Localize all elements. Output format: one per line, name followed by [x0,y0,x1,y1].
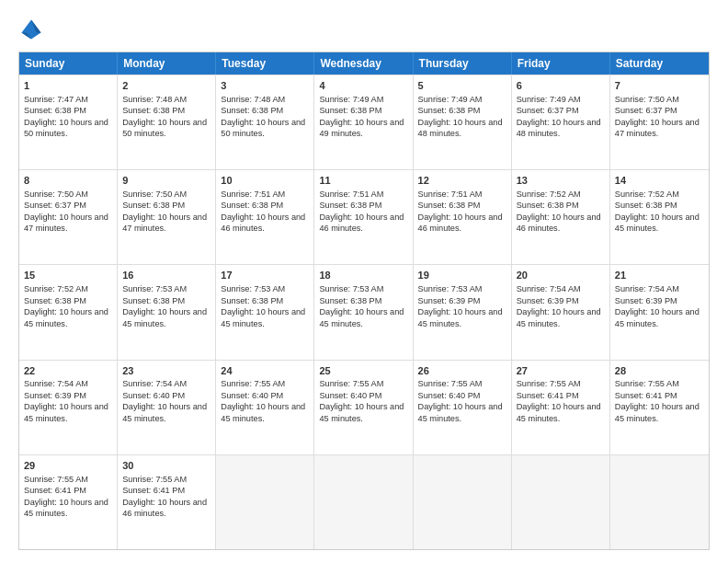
sunrise-text: Sunrise: 7:49 AM [517,95,581,104]
cal-header-thursday: Thursday [414,52,512,75]
sunset-text: Sunset: 6:39 PM [615,296,677,305]
sunset-text: Sunset: 6:38 PM [122,106,185,115]
cal-cell [314,455,413,549]
cal-cell: 1Sunrise: 7:47 AMSunset: 6:38 PMDaylight… [19,75,118,169]
daylight-text: Daylight: 10 hours and 46 minutes. [517,213,601,233]
calendar-header-row: SundayMondayTuesdayWednesdayThursdayFrid… [19,52,709,75]
sunrise-text: Sunrise: 7:48 AM [122,95,187,104]
sunrise-text: Sunrise: 7:51 AM [418,190,483,199]
sunrise-text: Sunrise: 7:55 AM [418,379,483,388]
sunrise-text: Sunrise: 7:55 AM [517,379,581,388]
cal-cell: 17Sunrise: 7:53 AMSunset: 6:38 PMDayligh… [216,265,314,359]
day-number: 25 [319,364,407,378]
cal-cell [512,455,610,549]
cal-cell: 16Sunrise: 7:53 AMSunset: 6:38 PMDayligh… [118,265,216,359]
sunset-text: Sunset: 6:38 PM [615,201,677,210]
sunset-text: Sunset: 6:38 PM [418,106,481,115]
cal-cell: 13Sunrise: 7:52 AMSunset: 6:38 PMDayligh… [512,170,610,264]
sunset-text: Sunset: 6:38 PM [221,201,283,210]
sunset-text: Sunset: 6:40 PM [319,391,381,400]
sunset-text: Sunset: 6:38 PM [221,106,283,115]
day-number: 29 [24,459,112,473]
page: SundayMondayTuesdayWednesdayThursdayFrid… [0,0,728,563]
cal-cell [216,455,314,549]
sunset-text: Sunset: 6:38 PM [122,296,185,305]
logo-icon [18,17,44,42]
cal-cell: 21Sunrise: 7:54 AMSunset: 6:39 PMDayligh… [610,265,709,359]
daylight-text: Daylight: 10 hours and 45 minutes. [418,402,503,422]
cal-week-3: 15Sunrise: 7:52 AMSunset: 6:38 PMDayligh… [19,264,709,359]
sunset-text: Sunset: 6:41 PM [24,486,86,495]
daylight-text: Daylight: 10 hours and 49 minutes. [319,118,404,138]
sunrise-text: Sunrise: 7:54 AM [615,284,679,293]
sunrise-text: Sunrise: 7:53 AM [122,284,187,293]
daylight-text: Daylight: 10 hours and 46 minutes. [319,213,404,233]
daylight-text: Daylight: 10 hours and 50 minutes. [24,118,108,138]
sunrise-text: Sunrise: 7:53 AM [319,284,383,293]
sunset-text: Sunset: 6:38 PM [319,296,381,305]
sunset-text: Sunset: 6:38 PM [517,201,579,210]
cal-cell: 10Sunrise: 7:51 AMSunset: 6:38 PMDayligh… [216,170,314,264]
day-number: 14 [615,174,704,188]
cal-header-monday: Monday [118,52,216,75]
daylight-text: Daylight: 10 hours and 45 minutes. [418,307,503,327]
daylight-text: Daylight: 10 hours and 46 minutes. [418,213,503,233]
day-number: 23 [122,364,210,378]
day-number: 16 [122,269,210,282]
daylight-text: Daylight: 10 hours and 48 minutes. [418,118,503,138]
sunset-text: Sunset: 6:38 PM [418,201,481,210]
day-number: 22 [24,364,112,378]
sunset-text: Sunset: 6:37 PM [615,106,677,115]
daylight-text: Daylight: 10 hours and 45 minutes. [517,307,601,327]
daylight-text: Daylight: 10 hours and 47 minutes. [24,213,108,233]
sunset-text: Sunset: 6:40 PM [221,391,283,400]
calendar: SundayMondayTuesdayWednesdayThursdayFrid… [18,52,710,550]
daylight-text: Daylight: 10 hours and 45 minutes. [24,498,108,518]
cal-cell: 8Sunrise: 7:50 AMSunset: 6:37 PMDaylight… [19,170,118,264]
daylight-text: Daylight: 10 hours and 47 minutes. [615,118,700,138]
day-number: 21 [615,269,704,282]
cal-week-1: 1Sunrise: 7:47 AMSunset: 6:38 PMDaylight… [19,75,709,169]
day-number: 26 [418,364,506,378]
sunset-text: Sunset: 6:41 PM [517,391,579,400]
sunrise-text: Sunrise: 7:48 AM [221,95,285,104]
sunset-text: Sunset: 6:38 PM [319,106,381,115]
cal-cell [414,455,512,549]
sunset-text: Sunset: 6:39 PM [24,391,86,400]
header [18,17,710,42]
cal-cell: 25Sunrise: 7:55 AMSunset: 6:40 PMDayligh… [314,361,413,454]
calendar-body: 1Sunrise: 7:47 AMSunset: 6:38 PMDaylight… [19,75,709,549]
cal-week-2: 8Sunrise: 7:50 AMSunset: 6:37 PMDaylight… [19,169,709,264]
sunrise-text: Sunrise: 7:47 AM [24,95,88,104]
sunrise-text: Sunrise: 7:49 AM [418,95,483,104]
sunrise-text: Sunrise: 7:55 AM [122,475,187,484]
sunrise-text: Sunrise: 7:53 AM [418,284,483,293]
cal-cell: 4Sunrise: 7:49 AMSunset: 6:38 PMDaylight… [314,75,413,169]
sunrise-text: Sunrise: 7:55 AM [24,475,88,484]
day-number: 12 [418,174,506,188]
sunrise-text: Sunrise: 7:49 AM [319,95,383,104]
daylight-text: Daylight: 10 hours and 45 minutes. [221,402,305,422]
sunset-text: Sunset: 6:38 PM [221,296,283,305]
cal-cell: 19Sunrise: 7:53 AMSunset: 6:39 PMDayligh… [414,265,512,359]
daylight-text: Daylight: 10 hours and 48 minutes. [517,118,601,138]
sunrise-text: Sunrise: 7:54 AM [24,379,88,388]
cal-cell: 14Sunrise: 7:52 AMSunset: 6:38 PMDayligh… [610,170,709,264]
cal-cell: 6Sunrise: 7:49 AMSunset: 6:37 PMDaylight… [512,75,610,169]
cal-cell: 3Sunrise: 7:48 AMSunset: 6:38 PMDaylight… [216,75,314,169]
sunrise-text: Sunrise: 7:50 AM [122,190,187,199]
day-number: 17 [221,269,309,282]
day-number: 5 [418,79,506,93]
sunrise-text: Sunrise: 7:51 AM [319,190,383,199]
cal-cell: 2Sunrise: 7:48 AMSunset: 6:38 PMDaylight… [118,75,216,169]
cal-cell: 23Sunrise: 7:54 AMSunset: 6:40 PMDayligh… [118,361,216,454]
daylight-text: Daylight: 10 hours and 50 minutes. [221,118,305,138]
sunset-text: Sunset: 6:39 PM [517,296,579,305]
daylight-text: Daylight: 10 hours and 45 minutes. [319,307,404,327]
sunrise-text: Sunrise: 7:55 AM [221,379,285,388]
cal-cell: 29Sunrise: 7:55 AMSunset: 6:41 PMDayligh… [19,455,118,549]
day-number: 13 [517,174,605,188]
sunrise-text: Sunrise: 7:52 AM [24,284,88,293]
day-number: 10 [221,174,309,188]
cal-cell: 7Sunrise: 7:50 AMSunset: 6:37 PMDaylight… [610,75,709,169]
